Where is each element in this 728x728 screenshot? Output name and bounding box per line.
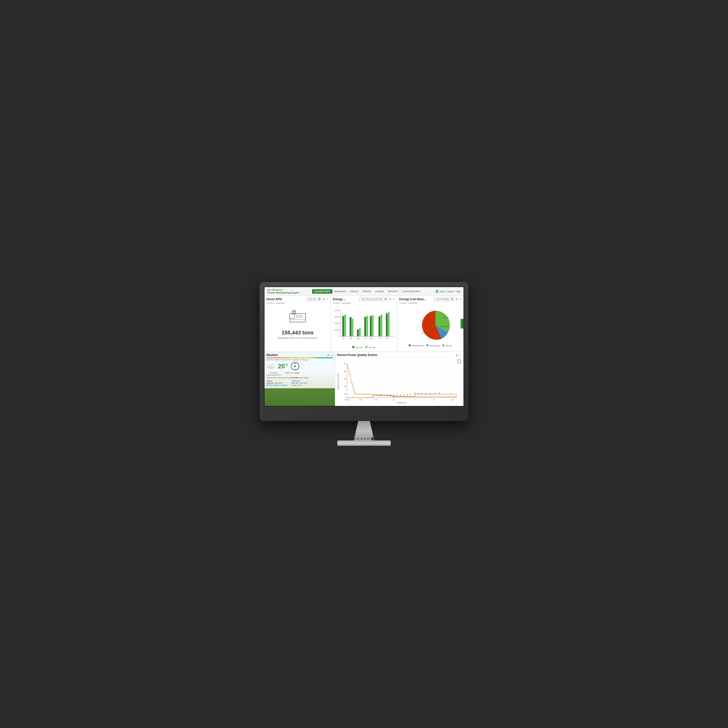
weather-location: Elev 19 m 48.65 °N 123.43 °W • Updated 3… — [266, 359, 333, 361]
svg-point-63 — [393, 395, 394, 396]
separator: | — [445, 290, 446, 293]
power-quality-header: Recent Power Quality Events ⊞ ≡ — [335, 352, 463, 358]
svg-text:54.5 %: 54.5 % — [441, 325, 448, 327]
svg-rect-29 — [372, 315, 373, 336]
svg-text:Dec: Dec — [385, 338, 388, 339]
svg-text:0.001: 0.001 — [358, 399, 362, 401]
svg-rect-28 — [370, 316, 372, 336]
monitor-base — [337, 440, 391, 446]
gas-dot — [442, 344, 444, 346]
green-kpi-period-select[interactable]: This Year — [306, 297, 321, 301]
energy-cost-pie-container: 33.5 % 12.0 % 54.5 % Electricity (kWh) — [397, 305, 463, 349]
nav-diagrams[interactable]: DIAGRAMS — [332, 289, 348, 294]
svg-text:0.1: 0.1 — [393, 399, 395, 401]
forecast-text: Tomorrow is forecast to be WARMER than t… — [266, 376, 333, 379]
power-quality-controls: ⊞ ≡ — [455, 354, 462, 356]
forecast-row: Today High 38 Low 15°C 🌧 30% Chance of P… — [266, 379, 333, 387]
weather-progress-bar — [266, 358, 333, 358]
nav-reports[interactable]: REPORTS — [386, 289, 400, 294]
forecast-today: Today High 38 Low 15°C 🌧 30% Chance of P… — [266, 380, 288, 386]
svg-text:200,000: 200,000 — [334, 323, 340, 324]
gas-label: Gas (m³) — [445, 345, 452, 347]
svg-rect-1 — [290, 314, 295, 318]
nav-alarms[interactable]: ALARMS — [373, 289, 386, 294]
svg-text:1: 1 — [416, 399, 416, 401]
warmer-label: WARMER — [290, 376, 298, 379]
monitor-dot-2 — [357, 438, 359, 439]
svg-text:Duration (s): Duration (s) — [397, 402, 406, 404]
electricity-label: Electricity (kWh) — [412, 345, 424, 347]
energy-cost-legend: Electricity (kWh) Water (Litres) Gas (m³… — [408, 343, 452, 347]
electricity-dot — [408, 344, 411, 346]
bottom-panels: Weather ⊞ ≡ Elev 19 m 48.65 °N 123. — [265, 352, 463, 406]
svg-point-64 — [397, 394, 398, 395]
power-quality-window-icon[interactable]: ⊞ — [455, 354, 458, 356]
green-kpi-header: Green KPIs This Year ⊞ ≡ — [265, 296, 331, 301]
energy-cost-period-select[interactable]: Last 12 Months — [434, 297, 454, 301]
svg-point-70 — [418, 393, 419, 394]
svg-rect-27 — [366, 316, 368, 336]
truxure-text: truxure — [275, 289, 283, 291]
energy-period-select[interactable]: This Year over Last Year — [359, 297, 388, 301]
svg-point-72 — [426, 393, 427, 394]
energy-cost-pie-chart: 33.5 % 12.0 % 54.5 % — [404, 306, 457, 343]
nav-trends[interactable]: TRENDS — [360, 289, 373, 294]
weather-menu-icon[interactable]: ≡ — [330, 354, 333, 356]
legend-gas: Gas (m³) — [442, 344, 452, 347]
green-kpi-window-icon[interactable]: ⊞ — [323, 298, 326, 300]
compass-num: 7 — [295, 368, 295, 370]
temperature-value: 20°C — [278, 362, 288, 370]
legend-dot-this-year — [366, 346, 367, 348]
green-kpi-menu-icon[interactable]: ≡ — [326, 298, 329, 300]
nav-tables[interactable]: TABLES — [348, 289, 360, 294]
weather-condition: Overcast — [266, 372, 281, 374]
svg-text:200: 200 — [344, 385, 347, 387]
help-link[interactable]: Help — [456, 290, 460, 293]
svg-point-65 — [400, 395, 401, 396]
weather-window-icon[interactable]: ⊞ — [327, 354, 330, 356]
legend-dot-last-year — [352, 346, 354, 348]
top-navigation-bar: Eco 🌿 truxure Power Monitoring Expert DA… — [265, 287, 463, 296]
weather-controls: ⊞ ≡ — [327, 354, 333, 356]
power-quality-menu-icon[interactable]: ≡ — [459, 354, 462, 356]
weather-panel: Weather ⊞ ≡ Elev 19 m 48.65 °N 123. — [265, 352, 335, 406]
svg-point-62 — [390, 395, 391, 396]
svg-text:12.0 %: 12.0 % — [421, 332, 428, 334]
svg-rect-30 — [379, 317, 380, 336]
svg-text:Oct: Oct — [378, 338, 381, 339]
monitor-dot-5 — [367, 438, 369, 439]
power-quality-title: Recent Power Quality Events — [337, 353, 377, 357]
power-quality-export-icon[interactable]: 📋 — [457, 359, 462, 364]
svg-point-61 — [387, 394, 387, 395]
nav-dashboards[interactable]: DASHBOARDS — [312, 289, 333, 294]
feels-like: Feels Like 20 °C — [266, 374, 281, 376]
energy-menu-icon[interactable]: ≡ — [393, 298, 395, 300]
logout-link[interactable]: Logout — [447, 290, 454, 293]
svg-rect-32 — [386, 313, 387, 336]
user-icon: 👤 — [435, 290, 439, 293]
energy-panel: Energy ... This Year over Last Year ⊞ ≡ … — [331, 296, 397, 352]
svg-text:300,000: 300,000 — [334, 316, 340, 318]
energy-date: 1/1/2017 - 6/13/2018 — [331, 301, 397, 305]
weather-condition-display: Overcast Feels Like 20 °C — [266, 372, 281, 376]
svg-rect-20 — [342, 316, 344, 336]
energy-cost-menu-icon[interactable]: ≡ — [459, 298, 462, 300]
cloud-icon: ☁️ — [266, 362, 275, 370]
energy-header: Energy ... This Year over Last Year ⊞ ≡ — [331, 296, 397, 301]
svg-point-59 — [381, 394, 382, 396]
energy-cost-controls: Last 12 Months ⊞ ≡ — [434, 297, 462, 301]
forecast-yesterday: Yesterday High 37 Low 16°C Precip. 0 mm — [291, 380, 308, 386]
svg-text:100: 100 — [451, 399, 454, 401]
svg-point-69 — [414, 393, 416, 394]
power-button[interactable] — [371, 437, 374, 440]
eco-text: Eco — [268, 289, 272, 291]
water-label: Water (Litres) — [430, 345, 440, 347]
energy-cost-window-icon[interactable]: ⊞ — [455, 298, 458, 300]
energy-window-icon[interactable]: ⊞ — [389, 298, 392, 300]
feels-like-value: 20 — [276, 374, 278, 376]
water-dot — [427, 344, 428, 346]
svg-point-60 — [384, 395, 385, 396]
weather-main: ☁️ 20°C N ➤ — [266, 361, 333, 372]
monitor-dot-4 — [364, 438, 366, 439]
nav-saved-reports[interactable]: SAVED REPORTS — [400, 289, 422, 294]
